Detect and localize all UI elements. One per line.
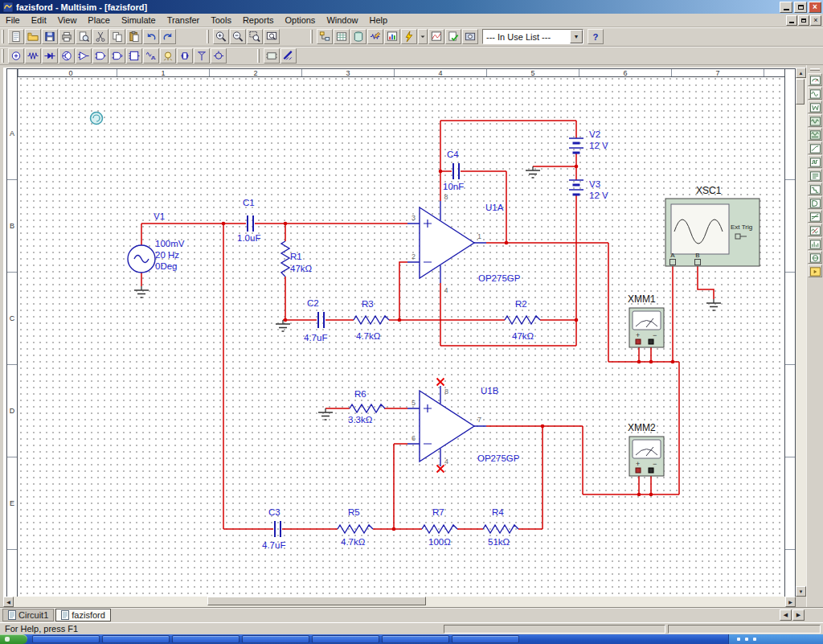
taskbar-window-button[interactable] <box>172 635 240 643</box>
taskbar-window-button[interactable] <box>382 635 449 643</box>
word-generator-instrument-button[interactable] <box>808 169 822 182</box>
place-mixed-button[interactable] <box>143 48 159 64</box>
function-generator-instrument-button[interactable] <box>808 87 822 100</box>
schematic-sheet[interactable]: 01234567 ABCDE <box>3 68 796 597</box>
menu-item-window[interactable]: Window <box>321 14 363 26</box>
labview-instrument-instrument-button[interactable] <box>808 265 822 277</box>
place-basic-button[interactable] <box>25 48 41 64</box>
place-misc-button[interactable] <box>177 48 193 64</box>
horizontal-scrollbar[interactable]: ◀ ▶ <box>3 597 796 607</box>
design-toolbox-button[interactable] <box>317 29 333 44</box>
menu-item-place[interactable]: Place <box>82 14 116 26</box>
spreadsheet-view-button[interactable] <box>334 29 350 44</box>
instruments-toolbar <box>806 65 823 607</box>
postprocessor-button[interactable] <box>428 29 444 44</box>
print-preview-button[interactable] <box>76 29 92 44</box>
menu-item-reports[interactable]: Reports <box>237 14 280 26</box>
database-manager-button[interactable] <box>350 29 366 44</box>
place-electromech-button[interactable] <box>211 48 227 64</box>
menu-item-transfer[interactable]: Transfer <box>162 14 206 26</box>
paste-button[interactable] <box>126 29 142 44</box>
menu-item-simulate[interactable]: Simulate <box>116 14 162 26</box>
oscilloscope-instrument-button[interactable] <box>808 114 822 127</box>
redo-button[interactable] <box>160 29 176 44</box>
vertical-scroll-thumb[interactable] <box>796 79 805 105</box>
scrollbar-corner <box>796 597 806 607</box>
taskbar-window-button[interactable] <box>452 635 519 643</box>
menu-item-file[interactable]: File <box>0 14 26 26</box>
new-button[interactable] <box>8 29 24 44</box>
database-manager-icon <box>352 31 365 43</box>
zoom-full-button[interactable] <box>264 29 280 44</box>
print-button[interactable] <box>59 29 75 44</box>
restore-button[interactable] <box>794 2 807 13</box>
place-cmos-button[interactable] <box>109 48 125 64</box>
run-simulation-button[interactable] <box>401 29 417 44</box>
frequency-counter-instrument-button[interactable] <box>808 155 822 168</box>
multimeter-instrument-button[interactable] <box>808 73 822 86</box>
menu-item-tools[interactable]: Tools <box>205 14 237 26</box>
place-bus-button[interactable] <box>280 48 297 64</box>
scroll-right-button[interactable]: ▶ <box>785 597 796 607</box>
os-taskbar[interactable] <box>0 634 823 644</box>
capture-area-button[interactable] <box>462 29 478 44</box>
vertical-scrollbar[interactable]: ▲ ▼ <box>796 68 806 597</box>
place-source-button[interactable] <box>8 48 24 64</box>
tab-circuit1[interactable]: Circuit1 <box>2 609 54 621</box>
mdi-restore-button[interactable] <box>798 15 809 26</box>
place-indicator-button[interactable] <box>160 48 176 64</box>
logic-analyzer-instrument-button[interactable] <box>808 183 822 195</box>
zoom-out-button[interactable] <box>230 29 246 44</box>
menu-item-edit[interactable]: Edit <box>26 14 52 26</box>
place-ttl-button[interactable] <box>92 48 109 64</box>
grapher-button[interactable] <box>384 29 400 44</box>
erc-button[interactable] <box>445 29 461 44</box>
dropdown-button[interactable] <box>418 29 428 44</box>
cut-button[interactable] <box>92 29 109 44</box>
menu-item-options[interactable]: Options <box>279 14 321 26</box>
iv-analyzer-instrument-button[interactable] <box>808 210 822 223</box>
network-analyzer-instrument-button[interactable] <box>808 251 822 264</box>
taskbar-window-button[interactable] <box>32 635 100 643</box>
tab-scroll-right-button[interactable]: ▶ <box>792 609 805 621</box>
close-button[interactable]: × <box>809 2 821 13</box>
menu-item-view[interactable]: View <box>52 14 83 26</box>
menu-item-help[interactable]: Help <box>364 14 394 26</box>
open-button[interactable] <box>25 29 41 44</box>
taskbar-window-button[interactable] <box>312 635 379 643</box>
mdi-minimize-button[interactable] <box>786 15 797 26</box>
place-analog-button[interactable] <box>76 48 92 64</box>
help-button[interactable]: ? <box>588 29 604 44</box>
place-diode-button[interactable] <box>42 48 58 64</box>
zoom-in-button[interactable] <box>213 29 229 44</box>
place-rf-button[interactable] <box>194 48 210 64</box>
save-button[interactable] <box>42 29 58 44</box>
copy-button[interactable] <box>109 29 125 44</box>
mdi-close-button[interactable]: × <box>810 15 821 26</box>
taskbar-window-button[interactable] <box>102 635 170 643</box>
undo-button[interactable] <box>143 29 159 44</box>
wattmeter-instrument-button[interactable] <box>808 100 822 113</box>
titlebar[interactable]: fazisford - Multisim - [fazisford] × <box>0 0 823 14</box>
bode-plotter-instrument-button[interactable] <box>808 142 822 154</box>
tab-scroll-left-button[interactable]: ◀ <box>780 609 792 621</box>
spectrum-analyzer-instrument-button[interactable] <box>808 237 822 250</box>
tab-fazisford[interactable]: fazisford <box>55 609 111 621</box>
logic-converter-instrument-button[interactable] <box>808 196 822 209</box>
scroll-up-button[interactable]: ▲ <box>796 68 806 78</box>
place-hier-button[interactable] <box>264 48 280 64</box>
in-use-list-combobox[interactable]: --- In Use List --- ▼ <box>482 29 583 44</box>
minimize-button[interactable] <box>780 2 792 13</box>
combo-dropdown-icon[interactable]: ▼ <box>570 30 583 43</box>
four-channel-scope-instrument-button[interactable] <box>808 128 822 141</box>
place-transistor-button[interactable] <box>59 48 75 64</box>
start-button[interactable] <box>0 634 27 644</box>
taskbar-window-button[interactable] <box>242 635 309 643</box>
scroll-down-button[interactable]: ▼ <box>796 586 806 597</box>
scroll-left-button[interactable]: ◀ <box>3 597 14 607</box>
horizontal-scroll-thumb[interactable] <box>207 597 426 605</box>
place-misc-digital-button[interactable] <box>126 48 142 64</box>
distortion-analyzer-instrument-button[interactable] <box>808 224 822 236</box>
create-component-button[interactable] <box>367 29 383 44</box>
zoom-area-button[interactable] <box>247 29 263 44</box>
